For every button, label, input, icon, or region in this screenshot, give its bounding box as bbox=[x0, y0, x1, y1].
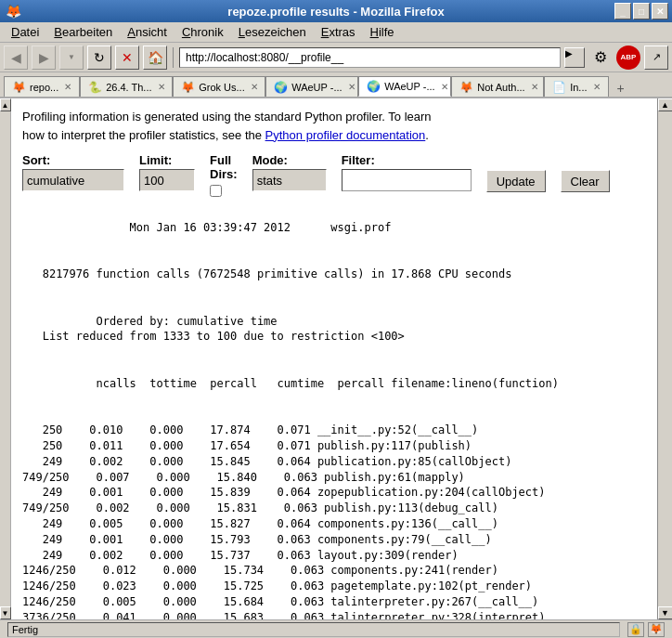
settings-icon[interactable]: ⚙ bbox=[588, 46, 613, 70]
adblock-button[interactable]: ABP bbox=[616, 46, 640, 70]
profile-row: 749/250 0.007 0.000 15.840 0.063 publish… bbox=[22, 470, 646, 486]
profile-row: 249 0.002 0.000 15.845 0.064 publication… bbox=[22, 454, 646, 470]
intro-text-1: Profiling information is generated using… bbox=[22, 110, 432, 124]
back-button[interactable]: ◀ bbox=[4, 46, 28, 70]
profile-ordered-by: Ordered by: cumulative time List reduced… bbox=[22, 315, 405, 344]
profile-row: 1246/250 0.023 0.000 15.725 0.063 pagete… bbox=[22, 579, 646, 594]
profiler-doc-link[interactable]: Python profiler documentation bbox=[265, 128, 426, 142]
profile-row: 1246/250 0.012 0.000 15.734 0.063 compon… bbox=[22, 563, 646, 579]
forward-dropdown-button[interactable]: ▼ bbox=[59, 46, 84, 70]
tab-4-icon: 🌍 bbox=[274, 81, 288, 94]
filter-input[interactable] bbox=[342, 169, 472, 191]
tab-1-icon: 🦊 bbox=[12, 81, 26, 94]
mode-select-wrap: stats callers callees bbox=[252, 169, 327, 191]
status-right: 🔒 🦊 bbox=[627, 622, 665, 637]
forward-button[interactable]: ▶ bbox=[32, 46, 56, 70]
close-button[interactable]: ✕ bbox=[652, 3, 668, 20]
profile-row: 250 0.011 0.000 17.654 0.071 publish.py:… bbox=[22, 438, 646, 454]
mode-group: Mode: stats callers callees bbox=[252, 153, 327, 191]
scroll-right-up-button[interactable]: ▲ bbox=[658, 98, 673, 111]
limit-select[interactable]: 100 50 200 bbox=[139, 169, 195, 191]
reload-button[interactable]: ↻ bbox=[87, 46, 111, 70]
status-security-icon: 🔒 bbox=[627, 622, 644, 637]
tab-7-label: In... bbox=[570, 82, 587, 93]
mode-select[interactable]: stats callers callees bbox=[252, 169, 327, 191]
tab-bar: 🦊 repo... ✕ 🐍 26.4. Th... ✕ 🦊 Grok Us...… bbox=[0, 72, 672, 98]
tab-5-label: WAeUP -... bbox=[384, 81, 434, 92]
tab-7-icon: 📄 bbox=[552, 81, 566, 94]
clear-button[interactable]: Clear bbox=[561, 170, 610, 192]
stop-button[interactable]: ✕ bbox=[115, 46, 139, 70]
tab-5-close[interactable]: ✕ bbox=[441, 82, 448, 92]
minimize-button[interactable]: _ bbox=[614, 3, 631, 20]
tab-2-close[interactable]: ✕ bbox=[158, 82, 165, 92]
tab-5[interactable]: 🌍 WAeUP -... ✕ bbox=[358, 76, 451, 97]
full-dirs-label-bottom: Dirs: bbox=[210, 167, 238, 181]
tab-2-label: 26.4. Th... bbox=[106, 82, 151, 93]
profile-row: 249 0.001 0.000 15.839 0.064 zopepublica… bbox=[22, 485, 646, 501]
browser-area: ▲ ▼ Profiling information is generated u… bbox=[0, 98, 672, 619]
profile-timestamp: Mon Jan 16 03:39:47 2012 wsgi.prof bbox=[76, 221, 392, 234]
menu-hilfe[interactable]: Hilfe bbox=[363, 23, 402, 41]
main-content: Profiling information is generated using… bbox=[11, 98, 657, 619]
maximize-button[interactable]: □ bbox=[633, 3, 650, 20]
limit-group: Limit: 100 50 200 bbox=[139, 153, 195, 191]
tab-5-icon: 🌍 bbox=[367, 80, 381, 93]
scroll-down-button[interactable]: ▼ bbox=[0, 606, 11, 619]
left-scroll: ▲ ▼ bbox=[0, 98, 11, 619]
menu-bearbeiten[interactable]: Bearbeiten bbox=[46, 23, 120, 41]
profile-row: 249 0.001 0.000 15.793 0.063 components.… bbox=[22, 532, 646, 548]
sort-group: Sort: cumulative calls time tottime perc… bbox=[22, 153, 124, 191]
tab-3-icon: 🦊 bbox=[181, 81, 195, 94]
tab-6-close[interactable]: ✕ bbox=[531, 82, 538, 92]
intro-text-3: . bbox=[425, 128, 429, 142]
tab-3[interactable]: 🦊 Grok Us... ✕ bbox=[173, 76, 265, 97]
content-inner: Profiling information is generated using… bbox=[22, 108, 646, 619]
address-input[interactable] bbox=[179, 47, 561, 68]
toolbar-separator bbox=[173, 47, 174, 68]
sort-select-wrap: cumulative calls time tottime percall bbox=[22, 169, 124, 191]
menu-chronik[interactable]: Chronik bbox=[174, 23, 231, 41]
tab-4-close[interactable]: ✕ bbox=[348, 82, 355, 92]
full-dirs-group: Full Dirs: bbox=[210, 153, 238, 197]
tab-6-label: Not Auth... bbox=[477, 82, 524, 93]
tab-2-icon: 🐍 bbox=[88, 81, 102, 94]
update-button[interactable]: Update bbox=[486, 170, 546, 192]
title-bar-buttons: _ □ ✕ bbox=[614, 3, 668, 20]
right-scrollbar: ▲ ▼ bbox=[657, 98, 672, 619]
tab-1[interactable]: 🦊 repo... ✕ bbox=[4, 76, 80, 97]
limit-select-wrap: 100 50 200 bbox=[139, 169, 195, 191]
full-dirs-checkbox-row bbox=[210, 185, 222, 197]
limit-label: Limit: bbox=[139, 153, 195, 167]
menu-lesezeichen[interactable]: Lesezeichen bbox=[231, 23, 314, 41]
home-button[interactable]: 🏠 bbox=[143, 46, 167, 70]
tab-3-label: Grok Us... bbox=[199, 82, 245, 93]
tab-7-close[interactable]: ✕ bbox=[593, 82, 601, 92]
menu-extras[interactable]: Extras bbox=[314, 23, 363, 41]
scroll-up-button[interactable]: ▲ bbox=[0, 98, 11, 111]
tab-2[interactable]: 🐍 26.4. Th... ✕ bbox=[80, 76, 173, 97]
scroll-right-down-button[interactable]: ▼ bbox=[658, 606, 673, 619]
profile-row: 249 0.005 0.000 15.827 0.064 components.… bbox=[22, 516, 646, 532]
new-tab-button[interactable]: + bbox=[613, 80, 629, 97]
full-dirs-checkbox[interactable] bbox=[210, 185, 222, 197]
sort-select[interactable]: cumulative calls time tottime percall bbox=[22, 169, 124, 191]
toolbar: ◀ ▶ ▼ ↻ ✕ 🏠 ▶ ⚙ ABP ↗ bbox=[0, 43, 672, 72]
address-bar: ▶ bbox=[179, 47, 585, 68]
tab-6-icon: 🦊 bbox=[459, 81, 473, 94]
status-bar: Fertig 🔒 🦊 bbox=[0, 619, 672, 638]
status-text-panel: Fertig bbox=[7, 622, 620, 637]
menu-ansicht[interactable]: Ansicht bbox=[120, 23, 174, 41]
profile-rows: 250 0.010 0.000 17.874 0.071 __init__.py… bbox=[22, 423, 646, 619]
tab-6[interactable]: 🦊 Not Auth... ✕ bbox=[451, 76, 544, 97]
intro-paragraph: Profiling information is generated using… bbox=[22, 108, 646, 144]
profile-row: 749/250 0.002 0.000 15.831 0.063 publish… bbox=[22, 501, 646, 516]
menu-datei[interactable]: Datei bbox=[4, 23, 46, 41]
profile-header: ncalls tottime percall cumtime percall f… bbox=[76, 377, 559, 390]
tab-1-close[interactable]: ✕ bbox=[64, 82, 71, 92]
arrow-icon[interactable]: ↗ bbox=[644, 46, 668, 70]
tab-3-close[interactable]: ✕ bbox=[251, 82, 258, 92]
tab-4[interactable]: 🌍 WAeUP -... ✕ bbox=[265, 76, 358, 97]
tab-7[interactable]: 📄 In... ✕ bbox=[544, 76, 608, 97]
go-button[interactable]: ▶ bbox=[564, 47, 585, 68]
